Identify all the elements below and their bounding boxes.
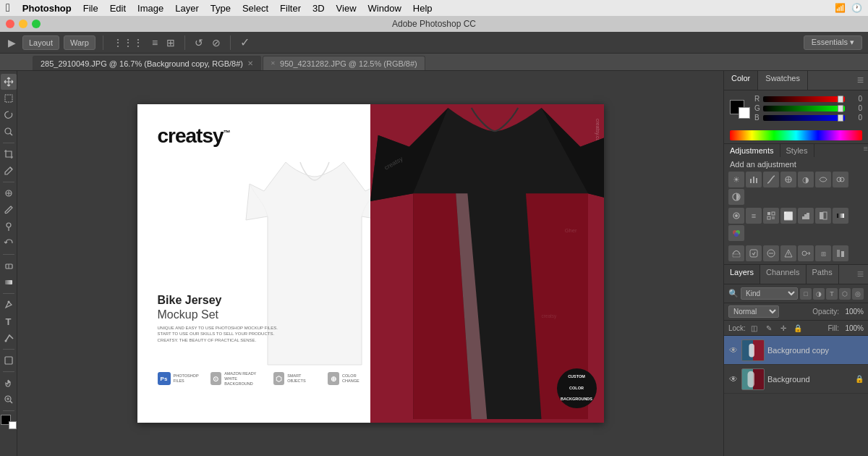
menu-photoshop[interactable]: Photoshop bbox=[17, 1, 77, 15]
type-tool[interactable]: T bbox=[1, 313, 17, 329]
spot-healing-tool[interactable] bbox=[1, 185, 17, 201]
menu-image[interactable]: Image bbox=[132, 1, 169, 15]
move-tool[interactable] bbox=[1, 74, 17, 90]
reset-icon[interactable]: ⊘ bbox=[210, 35, 223, 50]
tab-layers[interactable]: Layers bbox=[724, 265, 760, 284]
undo-icon[interactable]: ↺ bbox=[192, 35, 205, 50]
adjustments-menu[interactable]: ≡ bbox=[864, 144, 868, 157]
channelmixer-icon[interactable]: ≡ bbox=[746, 208, 762, 224]
brightness-icon[interactable]: ☀ bbox=[728, 172, 744, 187]
layer-item-bg[interactable]: 👁 Background 🔒 bbox=[724, 365, 868, 394]
menu-layer[interactable]: Layer bbox=[170, 1, 204, 15]
eraser-tool[interactable] bbox=[1, 258, 17, 274]
lock-position-btn[interactable]: ✛ bbox=[778, 322, 789, 334]
tab1-close[interactable]: ✕ bbox=[247, 59, 253, 67]
invert-icon[interactable]: ⬜ bbox=[780, 208, 796, 224]
green-slider[interactable] bbox=[763, 106, 845, 111]
curves-icon[interactable] bbox=[763, 172, 779, 187]
lock-all-btn[interactable]: 🔒 bbox=[792, 322, 804, 334]
menu-type[interactable]: Type bbox=[205, 1, 236, 15]
hand-tool[interactable] bbox=[1, 375, 17, 391]
background-color-swatch[interactable] bbox=[739, 107, 750, 119]
tab-doc2[interactable]: ✕ 950_4231282.JPG @ 12.5% (RGB/8#) bbox=[263, 56, 425, 70]
threshold-icon[interactable] bbox=[815, 208, 831, 224]
filter-pixel-icon[interactable]: □ bbox=[800, 288, 812, 300]
color-squares[interactable] bbox=[730, 100, 750, 119]
adj-icon-14[interactable]: ⧆ bbox=[815, 245, 831, 261]
quick-selection-tool[interactable] bbox=[1, 124, 17, 140]
pen-tool[interactable] bbox=[1, 297, 17, 313]
color-spectrum[interactable] bbox=[730, 130, 862, 140]
options-arrow-icon[interactable]: ▶ bbox=[6, 35, 18, 50]
minimize-button[interactable] bbox=[19, 20, 27, 28]
filter-adj-icon[interactable]: ◑ bbox=[813, 288, 825, 300]
warp-button[interactable]: Warp bbox=[64, 35, 95, 50]
filter-kind-select[interactable]: Kind bbox=[741, 287, 798, 300]
menu-window[interactable]: Window bbox=[363, 1, 407, 15]
hsl-icon[interactable] bbox=[815, 172, 831, 187]
marquee-tool[interactable] bbox=[1, 90, 17, 106]
fill-value[interactable]: 100% bbox=[841, 324, 864, 332]
confirm-icon[interactable]: ✓ bbox=[238, 34, 252, 51]
grid-icon[interactable]: ⊞ bbox=[164, 35, 177, 50]
selectivecolor-icon[interactable] bbox=[728, 225, 744, 241]
foreground-color[interactable] bbox=[1, 414, 17, 430]
maximize-button[interactable] bbox=[32, 20, 41, 28]
layers-menu[interactable]: ≡ bbox=[853, 265, 868, 284]
tab-paths[interactable]: Paths bbox=[807, 265, 839, 284]
close-button[interactable] bbox=[6, 20, 14, 28]
filter-shape-icon[interactable]: ⬡ bbox=[839, 288, 851, 300]
crop-tool[interactable] bbox=[1, 146, 17, 162]
menu-help[interactable]: Help bbox=[408, 1, 438, 15]
eyedropper-tool[interactable] bbox=[1, 163, 17, 179]
posterize-icon[interactable] bbox=[798, 208, 814, 224]
tab-doc1[interactable]: 285_2910049.JPG @ 16.7% (Background copy… bbox=[33, 56, 261, 70]
colorbalance-icon[interactable] bbox=[833, 172, 848, 187]
menu-filter[interactable]: Filter bbox=[275, 1, 306, 15]
adj-icon-13[interactable] bbox=[798, 245, 814, 261]
tab-styles[interactable]: Styles bbox=[780, 144, 814, 157]
filter-smart-icon[interactable]: ◎ bbox=[852, 288, 864, 300]
tab-color[interactable]: Color bbox=[724, 71, 758, 90]
lock-pixel-btn[interactable]: ✎ bbox=[763, 322, 775, 334]
path-selection-tool[interactable] bbox=[1, 330, 17, 346]
layer-eye-bg-copy[interactable]: 👁 bbox=[728, 345, 739, 355]
blend-mode-select[interactable]: Normal bbox=[728, 305, 779, 318]
tab-adjustments[interactable]: Adjustments bbox=[724, 144, 780, 157]
columns-icon[interactable]: ⋮⋮⋮ bbox=[111, 35, 145, 50]
brush-tool[interactable] bbox=[1, 202, 17, 218]
essentials-button[interactable]: Essentials ▾ bbox=[804, 35, 862, 50]
menu-select[interactable]: Select bbox=[237, 1, 273, 15]
adj-icon-9[interactable] bbox=[728, 245, 744, 261]
zoom-tool[interactable] bbox=[1, 392, 17, 408]
colorlookup-icon[interactable] bbox=[763, 208, 779, 224]
lasso-tool[interactable] bbox=[1, 107, 17, 123]
menu-view[interactable]: View bbox=[331, 1, 362, 15]
adj-icon-15[interactable] bbox=[833, 245, 848, 261]
levels-icon[interactable] bbox=[746, 172, 762, 187]
clone-stamp-tool[interactable] bbox=[1, 219, 17, 235]
vibrance-icon[interactable]: ◑ bbox=[798, 172, 814, 187]
adj-icon-11[interactable] bbox=[763, 245, 779, 261]
apple-menu-icon[interactable]:  bbox=[6, 1, 10, 14]
window-controls[interactable] bbox=[6, 20, 41, 28]
rows-icon[interactable]: ≡ bbox=[150, 35, 160, 50]
tab-swatches[interactable]: Swatches bbox=[758, 71, 808, 90]
layer-item-bg-copy[interactable]: 👁 Background copy bbox=[724, 336, 868, 365]
layer-eye-bg[interactable]: 👁 bbox=[728, 374, 739, 384]
opacity-value[interactable]: 100% bbox=[841, 308, 864, 316]
adj-icon-12[interactable] bbox=[780, 245, 796, 261]
history-brush-tool[interactable] bbox=[1, 235, 17, 251]
bw-icon[interactable] bbox=[728, 189, 744, 205]
photofilter-icon[interactable] bbox=[728, 208, 744, 224]
adj-icon-10[interactable] bbox=[746, 245, 762, 261]
gradientmap-icon[interactable] bbox=[833, 208, 848, 224]
canvas-area[interactable]: creatsy™ bbox=[17, 71, 723, 456]
blue-slider[interactable] bbox=[763, 115, 845, 121]
tab-channels[interactable]: Channels bbox=[760, 265, 806, 284]
exposure-icon[interactable] bbox=[780, 172, 796, 187]
menu-3d[interactable]: 3D bbox=[307, 1, 330, 15]
red-slider[interactable] bbox=[763, 96, 845, 102]
shape-tool[interactable] bbox=[1, 352, 17, 368]
menu-edit[interactable]: Edit bbox=[105, 1, 131, 15]
